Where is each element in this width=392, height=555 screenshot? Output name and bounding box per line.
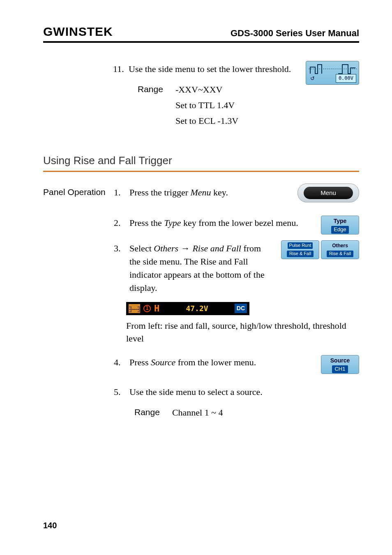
page-number: 140: [43, 521, 57, 530]
doc-title: GDS-3000 Series User Manual: [231, 28, 359, 39]
threshold-lcd-icon: ↺ 0.00V: [306, 61, 359, 85]
threshold-value: 0.00V: [336, 74, 356, 83]
pulse-runt-softkey-icon: Pulse Runt Rise & Fall: [281, 240, 319, 259]
text-part: Select: [129, 243, 154, 253]
panel-operation-row: Panel Operation 1. Press the trigger Men…: [43, 186, 359, 419]
step-text: Press the trigger Menu key.: [129, 186, 293, 199]
step-2: 2. Press the Type key from the lower bez…: [114, 216, 359, 230]
step-1: 1. Press the trigger Menu key. Menu: [114, 186, 359, 199]
step-number: 1.: [114, 186, 125, 199]
range-label: Range: [138, 83, 163, 130]
softkey-line1: Source: [330, 356, 350, 365]
rise-fall-indicator-icon: 1 H 47.2V DC: [126, 302, 249, 315]
step-5-range: Range Channel 1 ~ 4: [134, 406, 359, 419]
range-line: Set to TTL 1.4V: [175, 99, 238, 112]
step-number: 3.: [114, 242, 125, 255]
text-part: key from the lower bezel menu.: [181, 218, 298, 228]
menu-hardkey-icon: Menu: [297, 183, 359, 202]
step-text: Press Source from the lower menu.: [129, 356, 314, 369]
indicator-caption: From left: rise and fall, source, high/l…: [126, 319, 359, 346]
menu-button-label: Menu: [304, 187, 353, 199]
brand-logo: GWINSTEK: [43, 25, 113, 39]
step-11: 11. Use the side menu to set the lower t…: [113, 63, 359, 76]
rise-fall-glyph-icon: [129, 304, 140, 313]
panel-operation-label: Panel Operation: [43, 186, 109, 419]
page: GWINSTEK GDS-3000 Series User Manual 11.…: [0, 0, 392, 555]
content-body: 11. Use the side menu to set the lower t…: [43, 63, 359, 419]
softkey-line1: Type: [334, 217, 347, 225]
text-part: Press the: [129, 218, 164, 228]
text-part: Press the trigger: [129, 187, 190, 197]
softkey-line2: Edge: [331, 226, 348, 234]
softkey-line2: Rise & Fall: [327, 251, 353, 257]
range-label: Range: [134, 406, 160, 419]
source-softkey-icon: Source CH1: [321, 355, 359, 374]
type-keyword: Type: [164, 218, 181, 228]
softkey-line2: CH1: [332, 365, 348, 373]
step-number: 2.: [114, 216, 125, 230]
range-values: -XXV~XXV Set to TTL 1.4V Set to ECL -1.3…: [175, 83, 238, 130]
step-number: 4.: [114, 356, 125, 369]
coupling-badge: DC: [235, 304, 247, 313]
softkey-line1: Pulse Runt: [288, 242, 313, 249]
source-channel-badge: 1: [143, 305, 151, 312]
softkey-line1: Others: [332, 242, 348, 249]
text-part: key.: [211, 187, 228, 197]
others-softkey-pair-icon: Pulse Runt Rise & Fall Others Rise & Fal…: [281, 240, 359, 259]
high-low-indicator: H: [154, 302, 159, 315]
step-text: Select Others → Rise and Fall from the s…: [129, 242, 273, 295]
range-line: -XXV~XXV: [175, 83, 238, 96]
step-number: 5.: [114, 385, 125, 399]
others-keyword: Others: [154, 243, 178, 253]
step-text: Press the Type key from the lower bezel …: [129, 216, 314, 230]
arrow-icon: →: [178, 243, 192, 253]
step-text: Use the side menu to set the lower thres…: [129, 63, 297, 76]
softkey-line2: Rise & Fall: [287, 251, 314, 257]
menu-keyword: Menu: [190, 187, 211, 197]
step-number: 11.: [113, 63, 125, 76]
range-line: Set to ECL -1.3V: [175, 114, 238, 128]
waveform-glyph-icon: [309, 63, 356, 75]
step-4: 4. Press Source from the lower menu. Sou…: [114, 356, 359, 369]
rotate-icon: ↺: [310, 75, 315, 83]
type-softkey-icon: Type Edge: [321, 216, 359, 235]
text-part: Press: [129, 357, 151, 367]
others-softkey-icon: Others Rise & Fall: [321, 240, 359, 259]
threshold-level-value: 47.2V: [163, 303, 231, 314]
text-part: from the lower menu.: [175, 357, 256, 367]
source-keyword: Source: [151, 357, 175, 367]
rise-fall-keyword: Rise and Fall: [192, 243, 241, 253]
step-3: 3. Select Others → Rise and Fall from th…: [114, 242, 359, 295]
step-text: Use the side menu to select a source.: [129, 385, 359, 399]
step-11-range: Range -XXV~XXV Set to TTL 1.4V Set to EC…: [138, 83, 359, 130]
range-value: Channel 1 ~ 4: [172, 406, 223, 419]
step-5: 5. Use the side menu to select a source.: [114, 385, 359, 399]
section-heading: Using Rise and Fall Trigger: [43, 153, 359, 169]
section-rule: [43, 171, 359, 172]
page-header: GWINSTEK GDS-3000 Series User Manual: [43, 25, 359, 43]
